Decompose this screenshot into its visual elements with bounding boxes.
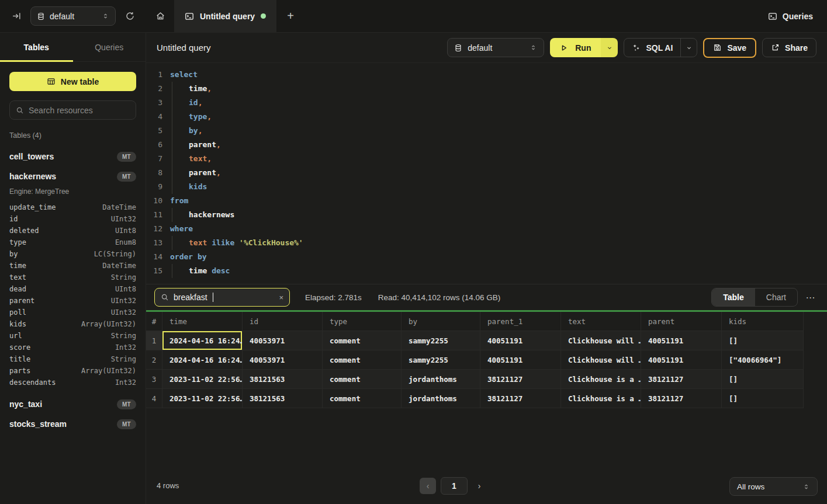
- resource-search[interactable]: [9, 100, 136, 120]
- query-database-selector[interactable]: default: [447, 38, 544, 57]
- table-cell[interactable]: Clickhouse is a …: [561, 370, 641, 389]
- next-page-button[interactable]: ›: [472, 478, 486, 494]
- table-cell[interactable]: jordanthoms: [402, 389, 480, 408]
- share-button-label: Share: [785, 43, 808, 53]
- share-button[interactable]: Share: [762, 38, 816, 57]
- code-line: 13text ilike '%ClickHouse%': [146, 236, 827, 250]
- save-button-label: Save: [727, 43, 746, 53]
- run-button[interactable]: Run: [550, 38, 601, 57]
- row-number[interactable]: 4: [146, 389, 162, 408]
- column-header-type[interactable]: type: [323, 312, 402, 331]
- column-header-parent[interactable]: parent: [641, 312, 722, 331]
- table-cell[interactable]: 2024-04-16 16:24…: [162, 350, 243, 370]
- chevron-left-icon: ‹: [427, 481, 430, 491]
- table-cell[interactable]: 40051191: [641, 331, 722, 350]
- table-cell[interactable]: 40053971: [243, 350, 323, 370]
- queries-button-label: Queries: [783, 12, 813, 21]
- sidebar-tab-queries[interactable]: Queries: [73, 33, 146, 61]
- table-cell[interactable]: 38121563: [243, 389, 323, 408]
- table-cell[interactable]: []: [722, 389, 804, 408]
- column-type: UInt8: [115, 285, 136, 293]
- page-size-selector[interactable]: All rows: [729, 477, 818, 496]
- clear-filter-icon[interactable]: ×: [279, 293, 283, 302]
- table-cell[interactable]: sammy2255: [402, 331, 480, 350]
- run-options-caret[interactable]: [601, 38, 618, 57]
- view-toggle-chart[interactable]: Chart: [755, 289, 797, 306]
- table-cell[interactable]: 38121127: [641, 389, 722, 408]
- tab-strip: Untitled query +: [146, 0, 754, 32]
- table-cell[interactable]: Clickhouse will …: [561, 350, 641, 370]
- table-cell[interactable]: ["40066964"]: [722, 350, 804, 370]
- table-cell[interactable]: 40051191: [480, 331, 561, 350]
- column-row: textString: [9, 272, 136, 283]
- table-cell[interactable]: comment: [323, 389, 402, 408]
- home-tab[interactable]: [146, 0, 174, 32]
- column-header-id[interactable]: id: [243, 312, 323, 331]
- prev-page-button[interactable]: ‹: [420, 478, 436, 494]
- table-cell[interactable]: 2023-11-02 22:56…: [162, 389, 243, 408]
- tables-list: cell_towersMThackernewsMTEngine: MergeTr…: [9, 148, 136, 433]
- table-cell[interactable]: sammy2255: [402, 350, 480, 370]
- table-cell[interactable]: 38121127: [480, 370, 561, 389]
- queries-button[interactable]: Queries: [754, 0, 827, 32]
- code-line: 6parent,: [146, 138, 827, 152]
- database-icon: [454, 44, 462, 52]
- row-number[interactable]: 1: [146, 331, 162, 350]
- refresh-icon[interactable]: [123, 9, 137, 23]
- tab-untitled-query[interactable]: Untitled query: [174, 0, 276, 32]
- column-header-parent_1[interactable]: parent_1: [480, 312, 561, 331]
- column-header-by[interactable]: by: [402, 312, 480, 331]
- sidebar-table-hackernews[interactable]: hackernewsMT: [9, 168, 136, 185]
- new-table-button[interactable]: New table: [9, 72, 136, 91]
- row-number[interactable]: 2: [146, 350, 162, 370]
- more-options-icon[interactable]: ⋯: [802, 292, 819, 303]
- table-cell[interactable]: jordanthoms: [402, 370, 480, 389]
- column-header-kids[interactable]: kids: [722, 312, 804, 331]
- table-cell[interactable]: 38121127: [480, 389, 561, 408]
- row-number[interactable]: 3: [146, 370, 162, 389]
- table-name: stocks_stream: [9, 419, 67, 429]
- table-cell[interactable]: 38121563: [243, 370, 323, 389]
- sql-ai-button[interactable]: SQL AI: [624, 43, 680, 53]
- table-cell[interactable]: 38121127: [641, 370, 722, 389]
- table-cell[interactable]: comment: [323, 350, 402, 370]
- column-row: typeEnum8: [9, 237, 136, 248]
- table-cell[interactable]: Clickhouse will …: [561, 331, 641, 350]
- sql-editor[interactable]: 1select2time,3id,4type,5by,6parent,7text…: [146, 63, 827, 284]
- line-number: 5: [146, 124, 162, 138]
- top-bar: default Untitled query + Queries: [0, 0, 827, 33]
- sidebar-tab-tables[interactable]: Tables: [0, 33, 73, 61]
- column-header-time[interactable]: time: [162, 312, 243, 331]
- save-button[interactable]: Save: [703, 38, 756, 58]
- table-cell[interactable]: 40053971: [243, 331, 323, 350]
- resource-search-input[interactable]: [29, 106, 130, 115]
- table-cell[interactable]: 40051191: [480, 350, 561, 370]
- table-cell[interactable]: []: [722, 331, 804, 350]
- table-cell[interactable]: 2024-04-16 16:24…: [162, 331, 243, 350]
- sidebar-table-stocks_stream[interactable]: stocks_streamMT: [9, 415, 136, 433]
- table-cell[interactable]: 40051191: [641, 350, 722, 370]
- table-cell[interactable]: []: [722, 370, 804, 389]
- topbar-database-selector[interactable]: default: [30, 6, 116, 26]
- sidebar-table-nyc_taxi[interactable]: nyc_taxiMT: [9, 395, 136, 413]
- engine-badge: MT: [117, 172, 136, 182]
- sql-ai-caret[interactable]: [680, 39, 697, 57]
- new-tab-button[interactable]: +: [276, 0, 304, 32]
- table-cell[interactable]: Clickhouse is a …: [561, 389, 641, 408]
- line-number: 9: [146, 180, 162, 194]
- play-icon: [560, 44, 568, 52]
- table-cell[interactable]: comment: [323, 331, 402, 350]
- column-header-#[interactable]: #: [146, 312, 162, 331]
- column-header-text[interactable]: text: [561, 312, 641, 331]
- sidebar-table-cell_towers[interactable]: cell_towersMT: [9, 148, 136, 165]
- code-line: 10from: [146, 194, 827, 208]
- table-cell[interactable]: 2023-11-02 22:56…: [162, 370, 243, 389]
- view-toggle-table[interactable]: Table: [712, 289, 755, 306]
- column-name: parent: [9, 297, 34, 305]
- sidebar-collapse-icon[interactable]: [9, 9, 23, 23]
- sidebar-tabs: Tables Queries: [0, 33, 146, 62]
- table-cell[interactable]: comment: [323, 370, 402, 389]
- code-line: 3id,: [146, 96, 827, 110]
- table-columns-list: update_timeDateTimeidUInt32deletedUInt8t…: [9, 201, 136, 388]
- results-filter-input[interactable]: breakfast ×: [154, 288, 290, 307]
